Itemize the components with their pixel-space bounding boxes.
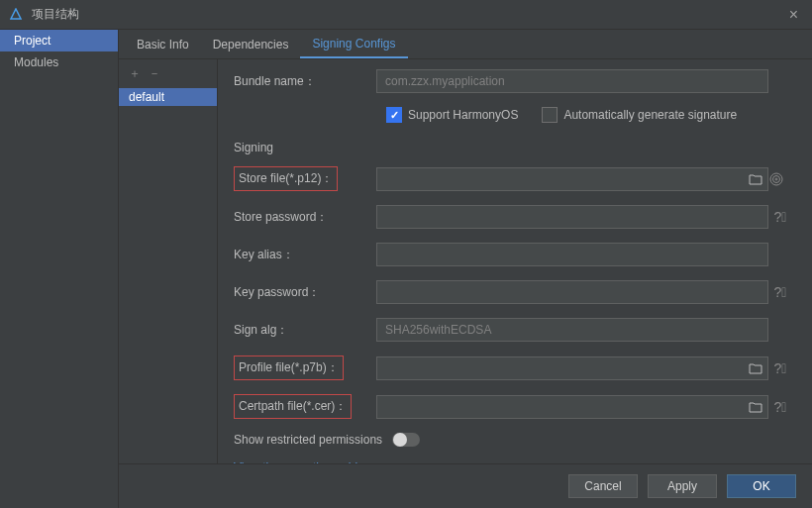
row-profile-file: Profile file(*.p7b)： ?⃝ [228, 356, 792, 380]
tabs: Basic Info Dependencies Signing Configs [119, 30, 812, 59]
tab-basic-info[interactable]: Basic Info [125, 32, 201, 57]
window-title: 项目结构 [32, 6, 783, 23]
folder-icon[interactable] [749, 173, 762, 185]
label-key-password: Key password： [228, 284, 376, 301]
tab-label: Basic Info [137, 38, 189, 51]
help-icon[interactable]: ?⃝ [768, 360, 792, 376]
sidebar-left: Project Modules [0, 30, 119, 508]
body-row: ＋ － default Bundle name： ✓ Support Harmo… [119, 59, 812, 463]
label-bundle-name: Bundle name： [228, 73, 376, 90]
label-auto-sign: Automatically generate signature [563, 108, 737, 122]
sign-alg-input[interactable] [376, 318, 768, 342]
label-show-restricted: Show restricted permissions [234, 433, 382, 447]
store-file-input[interactable] [376, 167, 768, 191]
row-store-file: Store file(*.p12)： [228, 166, 792, 191]
help-icon[interactable]: ?⃝ [768, 209, 792, 225]
config-list: ＋ － default [119, 59, 218, 463]
sidebar-item-project[interactable]: Project [0, 30, 118, 51]
label-support-harmonyos: Support HarmonyOS [408, 108, 518, 122]
footer: Cancel Apply OK [119, 463, 812, 508]
folder-icon[interactable] [749, 401, 762, 413]
row-show-restricted: Show restricted permissions [228, 433, 792, 447]
folder-icon[interactable] [749, 362, 762, 374]
config-item-label: default [129, 90, 164, 104]
titlebar: 项目结构 × [0, 0, 812, 30]
bundle-name-input[interactable] [376, 69, 768, 93]
config-toolbar: ＋ － [119, 59, 217, 88]
fingerprint-icon[interactable] [768, 171, 792, 187]
add-config-icon[interactable]: ＋ [129, 65, 141, 82]
remove-config-icon[interactable]: － [149, 65, 160, 82]
row-certpath-file: Certpath file(*.cer)： ?⃝ [228, 394, 792, 419]
tab-label: Dependencies [213, 38, 289, 51]
app-logo-icon [8, 7, 24, 23]
main: Project Modules Basic Info Dependencies … [0, 30, 812, 508]
sidebar-item-modules[interactable]: Modules [0, 51, 118, 73]
row-checkboxes: ✓ Support HarmonyOS Automatically genera… [386, 107, 792, 123]
checkbox-support-harmonyos[interactable]: ✓ [386, 107, 402, 123]
label-sign-alg: Sign alg： [228, 322, 376, 339]
show-restricted-toggle[interactable] [392, 433, 420, 447]
store-password-input[interactable] [376, 205, 768, 229]
section-signing: Signing [234, 141, 792, 154]
help-icon[interactable]: ?⃝ [768, 399, 792, 415]
row-bundle-name: Bundle name： [228, 69, 792, 93]
checkbox-auto-sign[interactable] [542, 107, 558, 123]
sidebar-item-label: Modules [14, 55, 58, 69]
config-item-default[interactable]: default [119, 88, 217, 106]
label-profile-file: Profile file(*.p7b)： [234, 356, 344, 380]
row-key-alias: Key alias： [228, 243, 792, 266]
svg-point-0 [770, 173, 782, 185]
tab-label: Signing Configs [312, 37, 395, 51]
tab-dependencies[interactable]: Dependencies [201, 32, 301, 57]
close-icon[interactable]: × [783, 6, 804, 24]
key-alias-input[interactable] [376, 243, 768, 266]
cancel-button[interactable]: Cancel [568, 474, 638, 498]
tab-signing-configs[interactable]: Signing Configs [300, 31, 407, 58]
label-store-password: Store password： [228, 209, 376, 226]
label-key-alias: Key alias： [228, 247, 376, 263]
svg-point-2 [775, 178, 777, 180]
svg-point-1 [773, 175, 780, 182]
form-area: Bundle name： ✓ Support HarmonyOS Automat… [218, 59, 812, 463]
help-icon[interactable]: ?⃝ [768, 284, 792, 300]
apply-button[interactable]: Apply [648, 474, 717, 498]
row-store-password: Store password： ?⃝ [228, 205, 792, 229]
certpath-file-input[interactable] [376, 395, 768, 419]
check-icon: ✓ [390, 109, 399, 122]
content-area: Basic Info Dependencies Signing Configs … [119, 30, 812, 508]
label-store-file: Store file(*.p12)： [234, 166, 338, 191]
label-certpath-file: Certpath file(*.cer)： [234, 394, 352, 419]
profile-file-input[interactable] [376, 356, 768, 380]
key-password-input[interactable] [376, 280, 768, 304]
sidebar-item-label: Project [14, 34, 51, 48]
row-sign-alg: Sign alg： [228, 318, 792, 342]
row-key-password: Key password： ?⃝ [228, 280, 792, 304]
ok-button[interactable]: OK [727, 474, 796, 498]
